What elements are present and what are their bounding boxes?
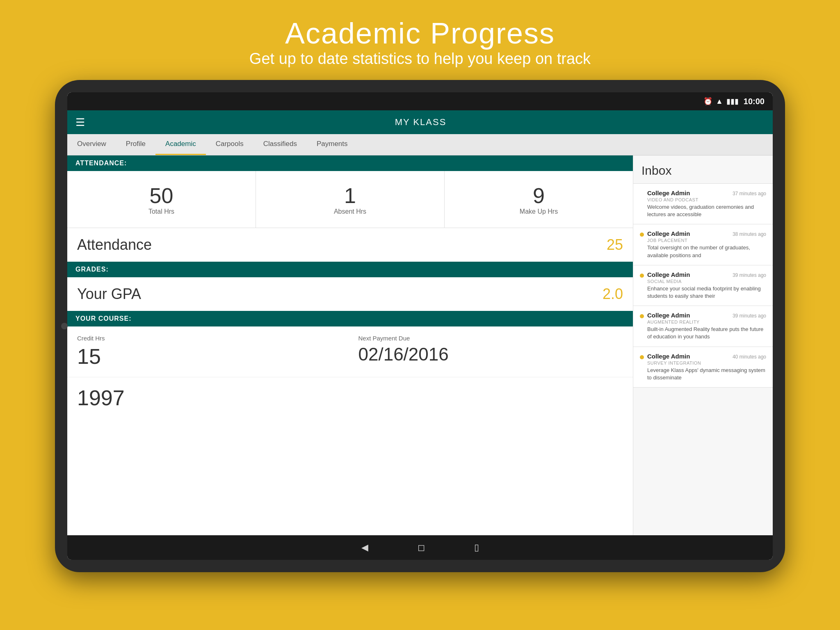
tab-payments[interactable]: Payments: [307, 134, 358, 155]
inbox-item-header-2: College Admin 39 minutes ago: [647, 271, 766, 278]
partial-row: 1997: [67, 377, 633, 418]
page-title: Academic Progress: [249, 16, 591, 50]
attendance-stats: 50 Total Hrs 1 Absent Hrs 9 Make Up Hrs: [67, 171, 633, 228]
attendance-metric-label: Attendance: [77, 236, 152, 253]
inbox-time-3: 39 minutes ago: [733, 313, 766, 319]
inbox-item-2[interactable]: College Admin 39 minutes ago SOCIAL MEDI…: [633, 265, 773, 306]
grades-header: GRADES:: [67, 262, 633, 277]
gpa-value: 2.0: [603, 285, 623, 303]
inbox-sender-3: College Admin: [647, 312, 690, 319]
tab-profile[interactable]: Profile: [116, 134, 155, 155]
inbox-category-2: SOCIAL MEDIA: [647, 279, 766, 284]
wifi-icon: ▲: [716, 97, 723, 106]
total-hrs-stat: 50 Total Hrs: [67, 171, 256, 228]
inbox-preview-1: Total oversight on the number of graduat…: [647, 244, 766, 259]
payment-due-value: 02/16/2016: [358, 344, 623, 365]
recents-button[interactable]: ▯: [474, 542, 479, 553]
attendance-metric-value: 25: [607, 236, 623, 253]
absent-hrs-value: 1: [264, 183, 436, 208]
makeup-hrs-stat: 9 Make Up Hrs: [445, 171, 633, 228]
total-hrs-label: Total Hrs: [148, 208, 174, 215]
page-header-section: Academic Progress Get up to date statist…: [249, 0, 591, 80]
home-button[interactable]: ◻: [418, 542, 425, 553]
inbox-dot-0: [640, 192, 644, 196]
inbox-item-header-1: College Admin 38 minutes ago: [647, 230, 766, 237]
inbox-category-3: AUGMENTED REALITY: [647, 320, 766, 324]
tab-overview[interactable]: Overview: [67, 134, 116, 155]
tab-bar: Overview Profile Academic Carpools Class…: [67, 134, 773, 155]
status-icons: ⏰ ▲ ▮▮▮: [703, 97, 739, 106]
total-hrs-value: 50: [75, 183, 247, 208]
gpa-metric-row: Your GPA 2.0: [67, 277, 633, 311]
makeup-hrs-label: Make Up Hrs: [520, 208, 558, 215]
inbox-item-header-4: College Admin 40 minutes ago: [647, 353, 766, 360]
tablet-screen: ⏰ ▲ ▮▮▮ 10:00 ☰ MY KLASS Overview Profil…: [67, 92, 773, 560]
back-button[interactable]: ◀: [361, 542, 368, 553]
inbox-sender-2: College Admin: [647, 271, 690, 278]
inbox-time-1: 38 minutes ago: [733, 231, 766, 237]
inbox-item-content-2: College Admin 39 minutes ago SOCIAL MEDI…: [647, 271, 766, 300]
inbox-category-1: JOB PLACEMENT: [647, 238, 766, 243]
inbox-sender-4: College Admin: [647, 353, 690, 360]
inbox-preview-4: Leverage Klass Apps' dynamic messaging s…: [647, 367, 766, 381]
inbox-item-4[interactable]: College Admin 40 minutes ago SURVEY INTE…: [633, 347, 773, 388]
inbox-item-content-1: College Admin 38 minutes ago JOB PLACEME…: [647, 230, 766, 259]
payment-due-field: Next Payment Due 02/16/2016: [358, 335, 623, 369]
hamburger-icon[interactable]: ☰: [75, 116, 85, 129]
inbox-dot-4: [640, 355, 644, 359]
inbox-preview-3: Built-in Augmented Reality feature puts …: [647, 326, 766, 340]
partial-value: 1997: [77, 386, 623, 410]
gpa-label: Your GPA: [77, 285, 141, 303]
main-content: ATTENDANCE: 50 Total Hrs 1 Absent Hrs 9 …: [67, 155, 773, 535]
inbox-category-4: SURVEY INTEGRATION: [647, 361, 766, 365]
inbox-sender-1: College Admin: [647, 230, 690, 237]
tablet-camera-left: [61, 323, 68, 329]
alarm-icon: ⏰: [703, 97, 712, 106]
inbox-preview-2: Enhance your social media footprint by e…: [647, 285, 766, 300]
payment-due-label: Next Payment Due: [358, 335, 623, 342]
inbox-item-content-0: College Admin 37 minutes ago VIDEO AND P…: [647, 189, 766, 218]
inbox-item-0[interactable]: College Admin 37 minutes ago VIDEO AND P…: [633, 184, 773, 224]
inbox-sender-0: College Admin: [647, 189, 690, 196]
tab-academic[interactable]: Academic: [155, 134, 206, 155]
bottom-nav: ◀ ◻ ▯: [67, 535, 773, 560]
tab-classifieds[interactable]: Classifieds: [253, 134, 307, 155]
credit-hrs-label: Credit Hrs: [77, 335, 342, 342]
app-title: MY KLASS: [93, 117, 748, 128]
absent-hrs-label: Absent Hrs: [334, 208, 366, 215]
academic-panel: ATTENDANCE: 50 Total Hrs 1 Absent Hrs 9 …: [67, 155, 633, 535]
inbox-item-1[interactable]: College Admin 38 minutes ago JOB PLACEME…: [633, 224, 773, 265]
credit-hrs-field: Credit Hrs 15: [77, 335, 342, 369]
status-time: 10:00: [744, 97, 765, 106]
battery-icon: ▮▮▮: [726, 97, 739, 106]
makeup-hrs-value: 9: [453, 183, 625, 208]
credit-hrs-value: 15: [77, 344, 342, 369]
tablet-wrapper: ⏰ ▲ ▮▮▮ 10:00 ☰ MY KLASS Overview Profil…: [55, 80, 785, 572]
inbox-panel: Inbox College Admin 37 minutes ago VIDEO…: [633, 155, 773, 535]
attendance-header: ATTENDANCE:: [67, 155, 633, 171]
inbox-item-content-4: College Admin 40 minutes ago SURVEY INTE…: [647, 353, 766, 381]
inbox-dot-1: [640, 233, 644, 237]
inbox-preview-0: Welcome videos, graduation ceremonies an…: [647, 203, 766, 218]
inbox-time-4: 40 minutes ago: [733, 354, 766, 360]
inbox-item-content-3: College Admin 39 minutes ago AUGMENTED R…: [647, 312, 766, 340]
tab-carpools[interactable]: Carpools: [206, 134, 253, 155]
course-header: YOUR COURSE:: [67, 311, 633, 326]
inbox-dot-3: [640, 314, 644, 318]
inbox-item-header-0: College Admin 37 minutes ago: [647, 189, 766, 196]
inbox-item-header-3: College Admin 39 minutes ago: [647, 312, 766, 319]
course-row: Credit Hrs 15 Next Payment Due 02/16/201…: [77, 335, 623, 369]
inbox-item-3[interactable]: College Admin 39 minutes ago AUGMENTED R…: [633, 306, 773, 347]
inbox-time-2: 39 minutes ago: [733, 272, 766, 278]
page-subtitle: Get up to date statistics to help you ke…: [249, 50, 591, 68]
inbox-dot-2: [640, 274, 644, 278]
status-bar: ⏰ ▲ ▮▮▮ 10:00: [67, 92, 773, 110]
inbox-time-0: 37 minutes ago: [733, 191, 766, 196]
inbox-title: Inbox: [633, 155, 773, 184]
app-bar: ☰ MY KLASS: [67, 110, 773, 134]
course-info: Credit Hrs 15 Next Payment Due 02/16/201…: [67, 326, 633, 377]
attendance-metric-row: Attendance 25: [67, 228, 633, 262]
absent-hrs-stat: 1 Absent Hrs: [256, 171, 445, 228]
inbox-category-0: VIDEO AND PODCAST: [647, 197, 766, 202]
